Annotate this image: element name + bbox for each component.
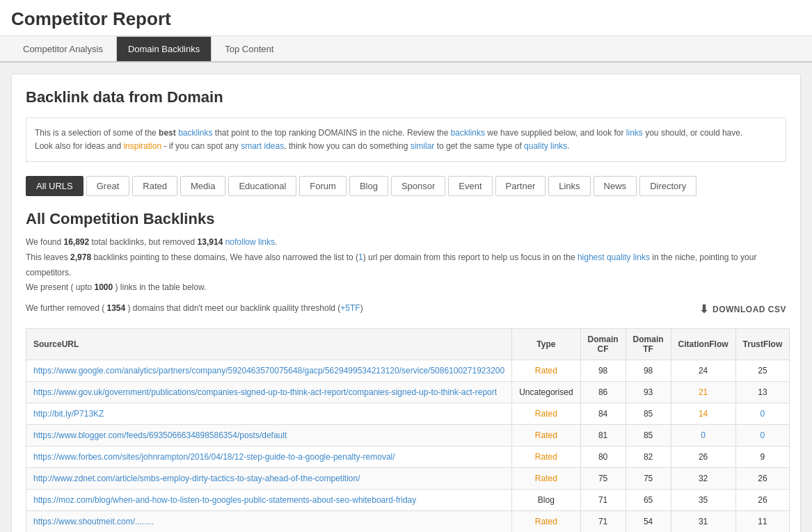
info-line-1: This is a selection of some of the best … [35, 127, 777, 140]
tabs-bar: Competitor Analysis Domain Backlinks Top… [0, 36, 812, 63]
cell-domain-tf: 93 [626, 382, 671, 403]
cell-domain-cf: 80 [580, 446, 626, 468]
table-row: https://www.google.com/analytics/partner… [26, 360, 790, 382]
tab-competitor-analysis[interactable]: Competitor Analysis [11, 36, 115, 61]
cell-domain-tf: 65 [626, 490, 671, 511]
stats-text: We found 16,892 total backlinks, but rem… [26, 235, 786, 295]
cell-trust-flow: 0 [735, 425, 790, 446]
stats-line-4: We further removed ( 1354 ) domains that… [26, 301, 363, 316]
filter-tab-media[interactable]: Media [180, 176, 225, 196]
download-label: DOWNLOAD CSV [713, 305, 786, 314]
download-csv-button[interactable]: ⬇ DOWNLOAD CSV [699, 303, 787, 316]
cell-citation-flow: 35 [671, 490, 735, 511]
filter-tab-great[interactable]: Great [86, 176, 130, 196]
page-header: Competitor Report Competitor Analysis Do… [0, 0, 812, 63]
cell-domain-tf: 82 [626, 446, 671, 468]
filter-tab-sponsor[interactable]: Sponsor [391, 176, 445, 196]
source-url-link[interactable]: https://www.blogger.com/feeds/6935066634… [33, 430, 287, 440]
table-row: https://www.gov.uk/government/publicatio… [26, 382, 790, 403]
cell-source-url: https://www.google.com/analytics/partner… [26, 360, 512, 382]
filter-tab-rated[interactable]: Rated [132, 176, 177, 196]
filter-tab-all-urls[interactable]: All URLS [26, 176, 83, 196]
filter-tab-blog[interactable]: Blog [349, 176, 388, 196]
cell-domain-tf: 98 [626, 360, 671, 382]
download-icon: ⬇ [699, 303, 709, 316]
filter-tab-forum[interactable]: Forum [299, 176, 347, 196]
cell-citation-flow: 0 [671, 425, 735, 446]
cell-type: Rated [512, 468, 580, 490]
cell-source-url: http://bit.ly/P713KZ [26, 403, 512, 425]
cell-trust-flow: 13 [735, 382, 790, 403]
stats-line-2: This leaves 2,978 backlinks pointing to … [26, 250, 786, 280]
cell-type: Rated [512, 360, 580, 382]
filter-tab-news[interactable]: News [594, 176, 637, 196]
table-row: http://www.zdnet.com/article/smbs-employ… [26, 468, 790, 490]
cell-trust-flow: 26 [735, 468, 790, 490]
cell-domain-tf: 54 [626, 511, 671, 532]
cell-trust-flow: 9 [735, 446, 790, 468]
cell-trust-flow: 25 [735, 360, 790, 382]
source-url-link[interactable]: https://www.forbes.com/sites/johnrampton… [33, 452, 395, 462]
subsection-title: All Competition Backlinks [26, 210, 786, 228]
cell-trust-flow: 26 [735, 490, 790, 511]
download-area: ⬇ DOWNLOAD CSV [699, 303, 787, 316]
source-url-link[interactable]: https://moz.com/blog/when-and-how-to-lis… [33, 495, 416, 505]
filter-tab-educational[interactable]: Educational [228, 176, 296, 196]
cell-source-url: https://moz.com/blog/when-and-how-to-lis… [26, 490, 512, 511]
col-header-type: Type [512, 329, 580, 360]
cell-domain-cf: 75 [580, 468, 626, 490]
cell-trust-flow: 0 [735, 403, 790, 425]
page-title: Competitor Report [11, 8, 801, 30]
cell-source-url: https://www.blogger.com/feeds/6935066634… [26, 425, 512, 446]
cell-domain-cf: 86 [580, 382, 626, 403]
source-url-link[interactable]: http://www.zdnet.com/article/smbs-employ… [33, 474, 360, 483]
cell-domain-tf: 85 [626, 425, 671, 446]
info-box: This is a selection of some of the best … [26, 118, 786, 162]
stats-line-3: We present ( upto 1000 ) links in the ta… [26, 280, 786, 296]
table-header-row: SourceURL Type Domain CF Domain TF Citat… [26, 329, 790, 360]
table-row: http://bit.ly/P713KZ Rated 84 85 14 0 [26, 403, 790, 425]
cell-domain-cf: 98 [580, 360, 626, 382]
filter-tab-partner[interactable]: Partner [495, 176, 546, 196]
source-url-link[interactable]: https://www.gov.uk/government/publicatio… [33, 387, 497, 397]
stats-line-1: We found 16,892 total backlinks, but rem… [26, 235, 786, 250]
col-header-domain-tf: Domain TF [626, 329, 671, 360]
cell-domain-cf: 81 [580, 425, 626, 446]
table-row: https://www.shoutmeit.com/........ Rated… [26, 511, 790, 532]
col-header-trust-flow: TrustFlow [735, 329, 790, 360]
cell-type: Rated [512, 403, 580, 425]
table-row: https://www.blogger.com/feeds/6935066634… [26, 425, 790, 446]
cell-domain-cf: 71 [580, 511, 626, 532]
cell-citation-flow: 24 [671, 360, 735, 382]
source-url-link[interactable]: https://www.shoutmeit.com/........ [33, 517, 154, 526]
filter-tab-links[interactable]: Links [548, 176, 590, 196]
cell-citation-flow: 32 [671, 468, 735, 490]
cell-domain-cf: 71 [580, 490, 626, 511]
source-url-link[interactable]: https://www.google.com/analytics/partner… [33, 366, 504, 376]
col-header-citation-flow: CitationFlow [671, 329, 735, 360]
cell-type: Uncategorised [512, 382, 580, 403]
table-row: https://moz.com/blog/when-and-how-to-lis… [26, 490, 790, 511]
cell-citation-flow: 14 [671, 403, 735, 425]
tab-top-content[interactable]: Top Content [213, 36, 285, 61]
table-row: https://www.forbes.com/sites/johnrampton… [26, 446, 790, 468]
cell-type: Rated [512, 425, 580, 446]
section-title: Backlink data from Domain [26, 88, 786, 106]
main-content: Backlink data from Domain This is a sele… [0, 63, 812, 532]
filter-tab-directory[interactable]: Directory [639, 176, 696, 196]
filter-tab-event[interactable]: Event [448, 176, 492, 196]
cell-source-url: http://www.zdnet.com/article/smbs-employ… [26, 468, 512, 490]
cell-domain-tf: 85 [626, 403, 671, 425]
cell-trust-flow: 11 [735, 511, 790, 532]
filter-tabs: All URLS Great Rated Media Educational F… [26, 176, 786, 196]
tab-domain-backlinks[interactable]: Domain Backlinks [116, 36, 212, 61]
cell-type: Rated [512, 511, 580, 532]
info-line-2: Look also for ideas and inspiration - if… [35, 140, 777, 153]
source-url-link[interactable]: http://bit.ly/P713KZ [33, 409, 104, 419]
col-header-domain-cf: Domain CF [580, 329, 626, 360]
cell-citation-flow: 21 [671, 382, 735, 403]
main-card: Backlink data from Domain This is a sele… [11, 74, 801, 532]
cell-citation-flow: 31 [671, 511, 735, 532]
col-header-source-url: SourceURL [26, 329, 512, 360]
backlinks-table: SourceURL Type Domain CF Domain TF Citat… [26, 328, 790, 532]
